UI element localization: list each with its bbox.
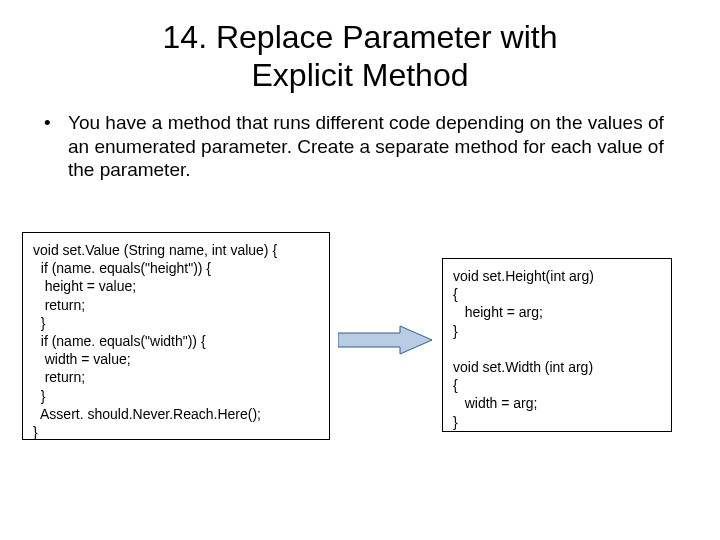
- bullet-item: • You have a method that runs different …: [40, 111, 690, 182]
- arrow-icon: [338, 324, 434, 356]
- bullet-text: You have a method that runs different co…: [68, 111, 690, 182]
- arrow-shape: [338, 326, 432, 354]
- slide-title: 14. Replace Parameter with Explicit Meth…: [0, 0, 720, 105]
- slide: 14. Replace Parameter with Explicit Meth…: [0, 0, 720, 540]
- code-before-box: void set.Value (String name, int value) …: [22, 232, 330, 440]
- code-after-box: void set.Height(int arg) { height = arg;…: [442, 258, 672, 432]
- bullet-dot: •: [40, 111, 68, 182]
- bullet-list: • You have a method that runs different …: [0, 105, 720, 182]
